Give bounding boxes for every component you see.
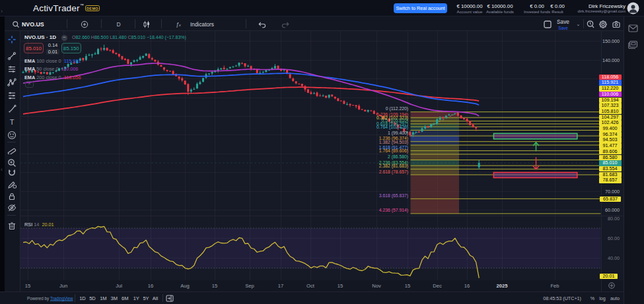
svg-text:T: T [10,118,15,126]
